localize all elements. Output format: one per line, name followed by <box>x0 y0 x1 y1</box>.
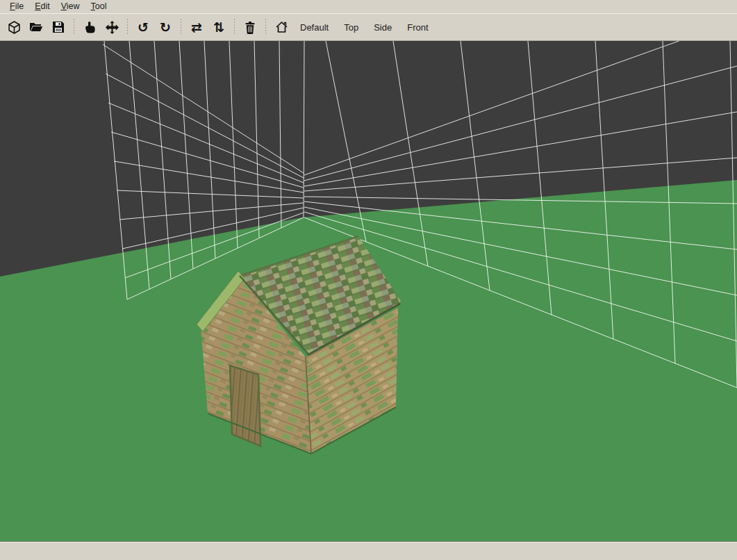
house-door <box>230 365 260 446</box>
home-icon <box>275 21 288 33</box>
rotate-cw-icon: ↻ <box>160 21 171 34</box>
delete-button[interactable] <box>239 17 261 38</box>
view-top-button[interactable]: Top <box>336 18 366 37</box>
floppy-disk-icon <box>52 21 65 33</box>
select-tool-button[interactable] <box>78 17 101 38</box>
menu-file[interactable]: File <box>4 1 29 13</box>
save-button[interactable] <box>47 17 69 38</box>
flip-vertical-button[interactable]: ⇅ <box>208 17 230 38</box>
statusbar <box>0 541 737 560</box>
hand-pointer-icon <box>83 21 96 34</box>
view-default-button[interactable]: Default <box>292 18 336 37</box>
swap-horizontal-icon: ⇄ <box>191 21 202 34</box>
trash-icon <box>244 21 256 34</box>
view-front-button[interactable]: Front <box>399 18 436 37</box>
menubar: File Edit View Tool <box>0 0 737 13</box>
menu-tool[interactable]: Tool <box>85 1 113 13</box>
toolbar-separator <box>234 19 235 35</box>
new-model-button[interactable] <box>3 17 25 38</box>
open-button[interactable] <box>25 17 47 38</box>
rotate-cw-button[interactable]: ↻ <box>154 17 176 38</box>
flip-horizontal-button[interactable]: ⇄ <box>185 17 208 38</box>
home-view-button[interactable] <box>270 17 292 38</box>
view-side-button[interactable]: Side <box>366 18 399 37</box>
toolbar-separator <box>265 19 266 35</box>
toolbar-separator <box>181 19 181 35</box>
menu-edit[interactable]: Edit <box>29 1 56 13</box>
viewport-3d <box>0 41 737 541</box>
open-folder-icon <box>29 21 43 33</box>
move-arrows-icon <box>106 21 119 34</box>
menu-view[interactable]: View <box>56 1 85 13</box>
swap-vertical-icon: ⇅ <box>213 21 224 34</box>
toolbar-separator <box>127 19 128 35</box>
toolbar-separator <box>74 19 74 35</box>
rotate-ccw-icon: ↺ <box>138 21 149 34</box>
cube-icon <box>8 21 21 34</box>
toolbar: ↺ ↻ ⇄ ⇅ <box>0 13 737 41</box>
scene-canvas[interactable] <box>0 41 737 541</box>
move-tool-button[interactable] <box>101 17 123 38</box>
rotate-ccw-button[interactable]: ↺ <box>132 17 154 38</box>
